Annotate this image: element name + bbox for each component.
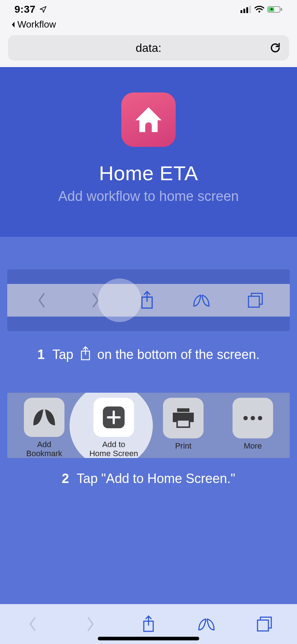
sheet-label-1-line2: Home Screen: [89, 449, 138, 458]
step-1: 1 Tap on the bottom of the screen.: [7, 346, 290, 364]
step-2: 2 Tap "Add to Home Screen.": [7, 470, 290, 488]
back-app-label: Workflow: [17, 19, 56, 30]
svg-rect-6: [281, 8, 282, 11]
tabs-button[interactable]: [254, 613, 275, 635]
svg-rect-1: [243, 9, 245, 13]
nav-forward-button[interactable]: [80, 613, 101, 635]
step-1-after: on the bottom of the screen.: [97, 347, 260, 362]
sheet-label-2-line1: Print: [175, 441, 191, 450]
share-sheet-demo: Add Bookmark Add to Home Scree: [7, 393, 290, 458]
sheet-item-more: More: [221, 398, 285, 458]
demo-back-icon: [31, 289, 53, 311]
more-icon: [233, 398, 273, 438]
step-2-text: Tap "Add to Home Screen.": [77, 471, 235, 486]
svg-point-22: [258, 416, 262, 420]
bookmark-icon: [24, 398, 64, 437]
svg-rect-19: [177, 420, 189, 427]
sheet-item-add-home: Add to Home Screen: [82, 398, 146, 458]
svg-rect-26: [258, 620, 268, 631]
reload-icon[interactable]: [269, 42, 281, 54]
home-indicator: [98, 637, 199, 640]
url-bar[interactable]: data:: [8, 35, 289, 61]
svg-point-21: [251, 416, 255, 420]
step-1-number: 1: [37, 347, 45, 362]
battery-icon: [267, 6, 283, 13]
add-home-icon: [93, 398, 134, 437]
nav-back-button[interactable]: [22, 613, 43, 635]
share-button[interactable]: [138, 613, 159, 635]
bookmarks-button[interactable]: [196, 613, 217, 635]
svg-rect-2: [246, 7, 248, 13]
svg-rect-17: [177, 408, 189, 412]
location-icon: [39, 5, 47, 13]
url-text: data:: [135, 41, 161, 55]
demo-tabs-icon: [244, 289, 266, 311]
app-icon: [121, 92, 176, 147]
demo-highlight: [98, 278, 141, 322]
svg-rect-0: [240, 10, 242, 13]
step-1-before: Tap: [53, 347, 74, 362]
svg-point-20: [243, 416, 248, 420]
back-to-app[interactable]: Workflow: [0, 19, 297, 34]
back-caret-icon: [10, 21, 16, 28]
svg-point-4: [259, 11, 260, 13]
sheet-item-bookmark: Add Bookmark: [12, 398, 76, 458]
demo-toolbar: [7, 269, 290, 331]
status-bar: 9:37: [0, 0, 297, 19]
svg-rect-3: [249, 6, 251, 13]
sheet-label-3-line1: More: [244, 441, 262, 450]
share-inline-icon: [79, 346, 92, 361]
print-icon: [163, 398, 204, 438]
page-content: Home ETA Add workflow to home screen: [0, 67, 297, 604]
status-time: 9:37: [14, 4, 35, 15]
demo-bookmarks-icon: [191, 289, 212, 311]
signal-icon: [240, 6, 251, 13]
hero: Home ETA Add workflow to home screen: [0, 67, 297, 237]
sheet-label-1-line1: Add to: [102, 440, 125, 449]
hero-subtitle: Add workflow to home screen: [7, 189, 290, 204]
sheet-label-0-line1: Add: [37, 440, 51, 449]
sheet-label-0-line2: Bookmark: [26, 449, 62, 458]
svg-rect-11: [248, 296, 259, 307]
step-2-number: 2: [62, 471, 69, 486]
wifi-icon: [254, 6, 264, 13]
sheet-item-print: Print: [151, 398, 215, 458]
hero-title: Home ETA: [7, 161, 290, 185]
